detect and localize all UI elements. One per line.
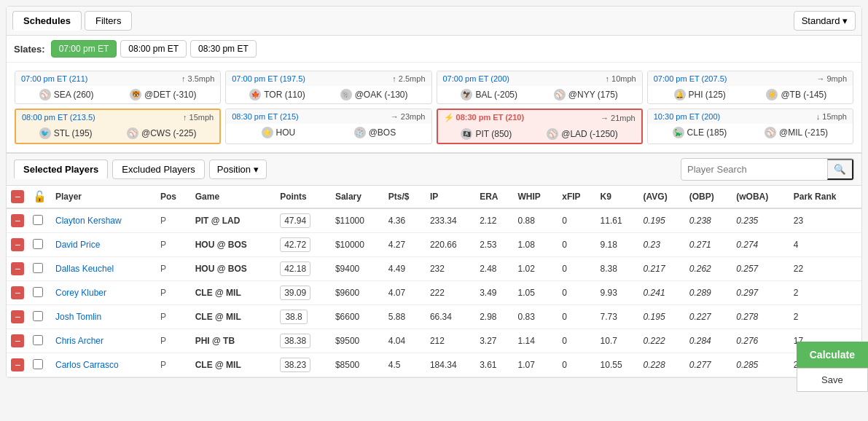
team-icon-nyy: ⚾	[554, 89, 566, 101]
remove-player-0[interactable]: −	[11, 214, 24, 227]
player-woba-0: 0.235	[732, 208, 789, 233]
slate-btn-1[interactable]: 08:00 pm ET	[120, 40, 187, 58]
slate-btn-0[interactable]: 07:00 pm ET	[51, 40, 117, 58]
player-name-1[interactable]: David Price	[55, 240, 100, 250]
save-button[interactable]: Save	[797, 368, 868, 384]
player-park-rank-4: 2	[789, 305, 861, 329]
player-checkbox-5[interactable]	[33, 335, 43, 345]
calculate-button[interactable]: Calculate	[797, 342, 868, 368]
schedule-card-5[interactable]: 08:30 pm ET (215) → 23mph ⭐HOU 🧦@BOS	[225, 109, 431, 144]
player-checkbox-0[interactable]	[33, 215, 43, 225]
team-nyy: @NYY (175)	[568, 90, 618, 100]
player-era-3: 3.49	[475, 281, 513, 305]
player-xfip-2: 0	[558, 257, 595, 281]
tab-schedules[interactable]: Schedules	[12, 11, 82, 31]
player-obp-5: 0.284	[685, 329, 732, 353]
schedule-card-0[interactable]: 07:00 pm ET (211) ↑ 3.5mph ⚾SEA (260) 🐯@…	[15, 71, 221, 104]
player-search-input[interactable]	[681, 160, 827, 178]
player-whip-2: 1.02	[514, 257, 558, 281]
player-name-6[interactable]: Carlos Carrasco	[55, 360, 119, 370]
team-pit: PIT (850)	[475, 129, 512, 139]
search-button[interactable]: 🔍	[827, 159, 853, 180]
schedule-card-4[interactable]: 08:00 pm ET (213.5) ↑ 15mph 🐦STL (195) ⚾…	[15, 109, 221, 144]
player-pts-salary-4: 5.88	[384, 305, 426, 329]
player-salary-0: $11000	[331, 208, 384, 233]
player-points-2: 42.18	[275, 257, 331, 281]
lock-all-button[interactable]: 🔓	[33, 190, 47, 203]
header-park-rank: Park Rank	[789, 186, 861, 208]
team-icon-oak: 🐘	[340, 89, 352, 101]
player-salary-1: $10000	[331, 233, 384, 257]
player-obp-4: 0.227	[685, 305, 732, 329]
schedule-card-7[interactable]: 10:30 pm ET (200) ↓ 15mph 🦕CLE (185) ⚾@M…	[647, 109, 853, 144]
player-points-0: 47.94	[275, 208, 331, 233]
slate-btn-2[interactable]: 08:30 pm ET	[190, 40, 257, 58]
player-name-3[interactable]: Corey Kluber	[55, 288, 106, 298]
player-checkbox-2[interactable]	[33, 263, 43, 273]
team-sea: SEA (260)	[54, 90, 94, 100]
player-era-1: 2.53	[475, 233, 513, 257]
player-name-2[interactable]: Dallas Keuchel	[55, 264, 114, 274]
team-icon-bal: 🦅	[461, 89, 472, 101]
header-obp: (OBP)	[685, 186, 732, 208]
team-icon-sea: ⚾	[39, 89, 51, 101]
player-whip-0: 0.88	[514, 208, 558, 233]
player-whip-1: 1.08	[514, 233, 558, 257]
remove-player-3[interactable]: −	[11, 286, 24, 299]
remove-player-5[interactable]: −	[11, 334, 24, 347]
tab-selected-players[interactable]: Selected Players	[14, 160, 108, 179]
player-pts-salary-5: 4.04	[384, 329, 426, 353]
schedule-card-6[interactable]: ⚡ 08:30 pm ET (210) → 21mph 🏴‍☠️PIT (850…	[437, 109, 643, 144]
player-name-0[interactable]: Clayton Kershaw	[55, 216, 122, 226]
player-xfip-4: 0	[558, 305, 595, 329]
player-checkbox-4[interactable]	[33, 311, 43, 321]
player-game-6: CLE @ MIL	[191, 353, 275, 377]
player-checkbox-3[interactable]	[33, 287, 43, 297]
player-name-4[interactable]: Josh Tomlin	[55, 312, 101, 322]
card-time-0: 07:00 pm ET (211)	[21, 74, 88, 83]
player-avg-2: 0.217	[639, 257, 685, 281]
tab-excluded-players[interactable]: Excluded Players	[112, 160, 204, 179]
position-dropdown[interactable]: Position ▾	[209, 160, 267, 179]
table-row: − Clayton Kershaw P PIT @ LAD 47.94 $110…	[7, 208, 861, 233]
header-lock: 🔓	[28, 186, 51, 208]
header-woba: (wOBA)	[732, 186, 789, 208]
remove-player-6[interactable]: −	[11, 358, 24, 371]
player-name-5[interactable]: Chris Archer	[55, 336, 103, 346]
card-time-1: 07:00 pm ET (197.5)	[232, 74, 305, 83]
player-ip-0: 233.34	[426, 208, 475, 233]
player-k9-4: 7.73	[596, 305, 639, 329]
schedule-card-1[interactable]: 07:00 pm ET (197.5) ↑ 2.5mph 🍁TOR (110) …	[225, 71, 431, 104]
player-whip-3: 1.05	[514, 281, 558, 305]
table-row: − Chris Archer P PHI @ TB 38.38 $9500 4.…	[7, 329, 861, 353]
team-icon-tor: 🍁	[249, 89, 261, 101]
player-checkbox-1[interactable]	[33, 239, 43, 249]
player-checkbox-6[interactable]	[33, 359, 43, 369]
player-xfip-6: 0	[558, 353, 595, 377]
remove-player-2[interactable]: −	[11, 262, 24, 275]
standard-dropdown[interactable]: Standard ▾	[794, 11, 856, 31]
player-obp-6: 0.277	[685, 353, 732, 377]
player-xfip-5: 0	[558, 329, 595, 353]
tab-filters[interactable]: Filters	[85, 11, 132, 31]
remove-player-1[interactable]: −	[11, 238, 24, 251]
schedule-card-2[interactable]: 07:00 pm ET (200) ↑ 10mph 🦅BAL (-205) ⚾@…	[437, 71, 643, 104]
remove-all-button[interactable]: −	[11, 190, 24, 203]
slates-row: Slates: 07:00 pm ET 08:00 pm ET 08:30 pm…	[7, 36, 861, 63]
header-player: Player	[51, 186, 156, 208]
schedule-card-3[interactable]: 07:00 pm ET (207.5) → 9mph 🔔PHI (125) ☀️…	[647, 71, 853, 104]
player-salary-3: $9600	[331, 281, 384, 305]
card-time-7: 10:30 pm ET (200)	[654, 112, 721, 121]
player-park-rank-2: 22	[789, 257, 861, 281]
player-pts-salary-2: 4.49	[384, 257, 426, 281]
player-pts-salary-6: 4.5	[384, 353, 426, 377]
card-wind-1: ↑ 2.5mph	[392, 74, 425, 83]
card-time-3: 07:00 pm ET (207.5)	[654, 74, 727, 83]
player-pos-3: P	[156, 281, 191, 305]
player-pos-0: P	[156, 208, 191, 233]
player-salary-2: $9400	[331, 257, 384, 281]
player-park-rank-3: 2	[789, 281, 861, 305]
remove-player-4[interactable]: −	[11, 310, 24, 323]
player-game-5: PHI @ TB	[191, 329, 275, 353]
header-pts-salary: Pts/$	[384, 186, 426, 208]
